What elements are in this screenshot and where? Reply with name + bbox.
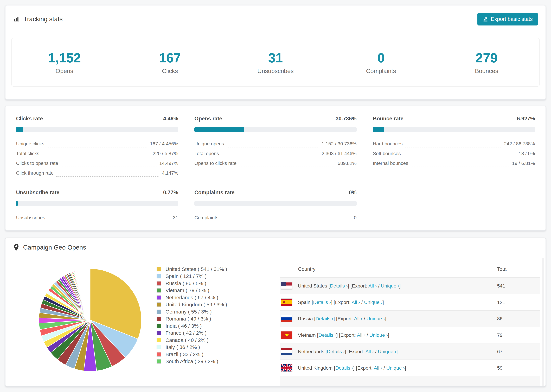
export-unique-link[interactable]: Unique › — [386, 365, 405, 371]
geo-table-row: United States [Details ›] [Export: All ›… — [280, 278, 540, 294]
total-cell: 541 — [497, 278, 540, 294]
stat-label: Clicks — [162, 68, 178, 74]
rate-stat-label: Unique opens — [194, 141, 224, 147]
rate-stat-row: Internal bounces 19 / 6.81% — [373, 157, 535, 167]
legend-item: France ( 42 / 2% ) — [156, 329, 266, 337]
geo-table-row: Russia [Details ›] [Export: All › / Uniq… — [280, 310, 540, 327]
export-all-link[interactable]: All › — [365, 349, 374, 354]
legend-item: Spain ( 121 / 7% ) — [156, 273, 266, 280]
rate-progress-fill — [16, 127, 23, 132]
legend-label: Netherlands ( 67 / 4% ) — [165, 295, 218, 301]
rate-stat-label: Click through rate — [16, 170, 54, 177]
legend-label: Canada ( 40 / 2% ) — [165, 337, 209, 343]
export-all-link[interactable]: All › — [368, 283, 377, 288]
rate-stat-row: Total opens 2,303 / 61.446% — [194, 147, 356, 157]
details-link[interactable]: Details › — [335, 365, 353, 371]
export-unique-link[interactable]: Unique › — [369, 332, 388, 338]
rate-stat-label: Unique clicks — [16, 141, 44, 147]
legend-item: Vietnam ( 79 / 5% ) — [156, 287, 266, 294]
details-link[interactable]: Details › — [313, 300, 331, 305]
export-unique-link[interactable]: Unique › — [381, 283, 399, 288]
rate-stat-row: Click through rate 4.147% — [16, 167, 178, 177]
rates-panel: Clicks rate 4.46% Unique clicks 167 / 4.… — [5, 106, 546, 231]
rate-stat-row: Hard bounces 242 / 86.738% — [373, 138, 535, 147]
rate-progress-fill — [373, 127, 384, 132]
export-all-link[interactable]: All › — [357, 332, 365, 338]
legend-item: Germany ( 55 / 3% ) — [156, 308, 266, 315]
rate-progress-fill — [16, 201, 18, 206]
rate-stat-value: 220 / 5.87% — [153, 151, 178, 157]
total-cell: 86 — [497, 310, 540, 327]
geo-table-header-row: Country Total — [280, 257, 540, 278]
rate-title: Unsubscribe rate — [16, 189, 59, 196]
rate-progress-fill — [194, 127, 244, 132]
stat-card-bounces: 279 Bounces — [434, 38, 539, 86]
legend-swatch — [156, 331, 161, 335]
rate-stat-label: Complaints — [194, 215, 218, 221]
rate-block-complaints-rate: Complaints rate 0% Complaints 0 — [194, 189, 356, 221]
stat-card-unsubscribes: 31 Unsubscribes — [223, 38, 329, 86]
stat-value: 167 — [159, 50, 181, 65]
details-link[interactable]: Details › — [316, 316, 333, 321]
rate-progress-bar — [16, 201, 178, 206]
export-all-link[interactable]: All › — [374, 365, 382, 371]
stat-card-opens: 1,152 Opens — [12, 38, 117, 86]
flag-es-icon — [281, 298, 292, 306]
bar-chart-icon — [13, 16, 20, 23]
legend-item: Canada ( 40 / 2% ) — [156, 336, 266, 344]
rate-stat-value: 2,303 / 61.446% — [322, 151, 357, 157]
geo-table: Country Total United States [Details ›] … — [280, 257, 540, 386]
legend-swatch — [156, 317, 161, 321]
rate-progress-bar — [16, 127, 178, 132]
total-cell: 121 — [497, 294, 540, 310]
tracking-stats-header: Tracking stats Export basic stats — [6, 6, 545, 33]
tracking-stats-title: Tracking stats — [23, 15, 63, 23]
dotted-leader — [61, 164, 156, 167]
stat-value: 31 — [268, 50, 283, 65]
map-pin-icon — [13, 244, 19, 251]
dotted-leader — [47, 145, 147, 147]
stat-card-clicks: 167 Clicks — [117, 38, 223, 86]
country-cell: Netherlands [Details ›] [Export: All › /… — [298, 349, 398, 354]
export-basic-stats-button[interactable]: Export basic stats — [477, 13, 538, 26]
rate-stat-label: Soft bounces — [373, 151, 401, 157]
rate-stat-label: Internal bounces — [373, 161, 408, 167]
rate-block-bounce-rate: Bounce rate 6.927% Hard bounces 242 / 86… — [373, 116, 535, 177]
geo-table-row: Netherlands [Details ›] [Export: All › /… — [280, 343, 540, 360]
geo-table-row-partial — [280, 376, 540, 386]
rate-stat-label: Clicks to opens rate — [16, 161, 58, 167]
legend-item: Brazil ( 33 / 2% ) — [156, 351, 266, 358]
rate-title: Opens rate — [194, 116, 222, 122]
export-unique-link[interactable]: Unique › — [378, 349, 396, 354]
export-all-link[interactable]: All › — [352, 300, 360, 305]
details-link[interactable]: Details › — [330, 283, 348, 288]
country-cell: United States [Details ›] [Export: All ›… — [298, 283, 401, 289]
country-name: Russia — [298, 316, 313, 321]
rate-stat-label: Opens to clicks rate — [194, 161, 236, 167]
rate-title: Bounce rate — [373, 116, 403, 122]
table-scrollbar[interactable] — [542, 258, 544, 386]
rate-block-clicks-rate: Clicks rate 4.46% Unique clicks 167 / 4.… — [16, 116, 178, 177]
geo-legend: United States ( 541 / 31% ) Spain ( 121 … — [156, 266, 266, 386]
export-unique-link[interactable]: Unique › — [364, 300, 383, 305]
export-all-link[interactable]: All › — [354, 316, 362, 321]
dotted-leader — [221, 219, 351, 221]
rate-block-unsubscribe-rate: Unsubscribe rate 0.77% Unsubscribes 31 — [16, 189, 178, 221]
legend-swatch — [156, 359, 161, 364]
legend-swatch — [156, 281, 161, 286]
geo-pie-chart — [37, 267, 143, 386]
country-name: United Kingdom — [298, 365, 333, 371]
stat-value: 0 — [377, 50, 385, 65]
legend-swatch — [156, 295, 161, 300]
export-unique-link[interactable]: Unique › — [367, 316, 385, 321]
details-link[interactable]: Details › — [327, 349, 345, 354]
rate-stat-row: Unique clicks 167 / 4.456% — [16, 138, 178, 147]
details-link[interactable]: Details › — [318, 332, 336, 338]
legend-item: Netherlands ( 67 / 4% ) — [156, 294, 266, 301]
stat-cards: 1,152 Opens167 Clicks31 Unsubscribes0 Co… — [11, 38, 540, 87]
legend-swatch — [156, 288, 161, 293]
geo-header: Campaign Geo Opens — [6, 238, 545, 257]
country-name: Vietnam — [298, 332, 316, 338]
geo-table-row: United Kingdom [Details ›] [Export: All … — [280, 360, 540, 376]
country-cell: Russia [Details ›] [Export: All › / Uniq… — [298, 316, 386, 322]
